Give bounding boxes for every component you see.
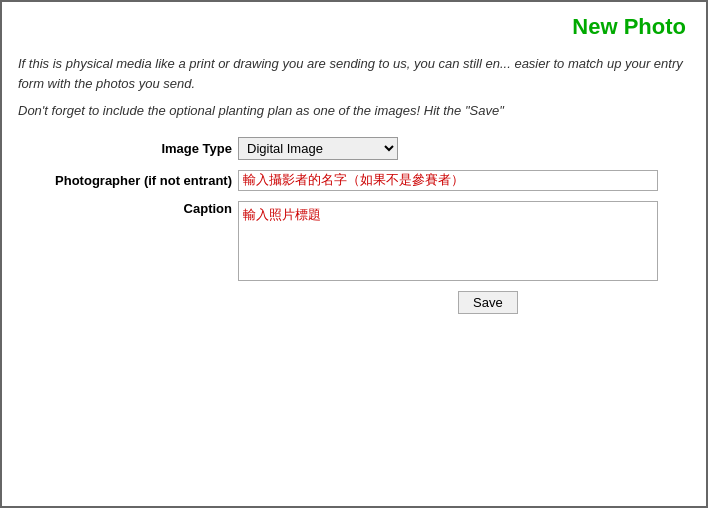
image-type-label: Image Type — [18, 141, 238, 156]
caption-textarea[interactable]: 輸入照片標題 — [238, 201, 658, 281]
save-button[interactable]: Save — [458, 291, 518, 314]
photographer-label: Photographer (if not entrant) — [18, 173, 238, 188]
caption-label: Caption — [18, 201, 238, 216]
save-row: Save — [18, 291, 690, 314]
image-type-select[interactable]: Digital Image Print Drawing — [238, 137, 398, 160]
caption-row: Caption 輸入照片標題 — [18, 201, 690, 281]
photographer-row: Photographer (if not entrant) — [18, 170, 690, 191]
info-text-2: Don't forget to include the optional pla… — [18, 101, 690, 121]
page-content: New Photo If this is physical media like… — [2, 2, 706, 336]
image-type-row: Image Type Digital Image Print Drawing — [18, 137, 690, 160]
info-text-1: If this is physical media like a print o… — [18, 54, 690, 93]
photographer-input[interactable] — [238, 170, 658, 191]
form-section: Image Type Digital Image Print Drawing P… — [18, 137, 690, 314]
page-title: New Photo — [18, 14, 690, 40]
main-window: New Photo If this is physical media like… — [0, 0, 708, 508]
